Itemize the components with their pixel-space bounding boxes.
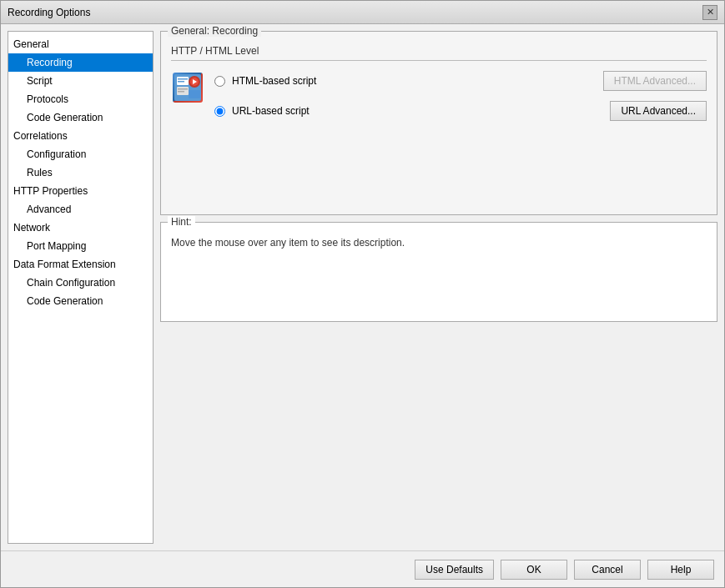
svg-rect-2 (178, 78, 188, 80)
http-icon-area (171, 71, 204, 104)
url-script-label[interactable]: URL-based script (232, 105, 603, 117)
help-button[interactable]: Help (647, 560, 714, 580)
tree-item-port-mapping[interactable]: Port Mapping (8, 237, 153, 255)
cancel-button[interactable]: Cancel (574, 560, 641, 580)
hint-box: Hint: Move the mouse over any item to se… (160, 222, 717, 322)
tree-item-script[interactable]: Script (8, 72, 153, 90)
footer: Use Defaults OK Cancel Help (1, 550, 724, 587)
tree-item-advanced[interactable]: Advanced (8, 200, 153, 219)
dialog-title: Recording Options (8, 7, 90, 18)
recording-options-dialog: Recording Options ✕ General Recording Sc… (0, 0, 725, 588)
tree-item-data-format-extension[interactable]: Data Format Extension (8, 255, 153, 274)
content-spacer (160, 329, 717, 544)
tree-item-network[interactable]: Network (8, 219, 153, 237)
http-level-label: HTTP / HTML Level (171, 45, 259, 57)
tree-item-general[interactable]: General (8, 35, 153, 53)
tree-item-http-properties[interactable]: HTTP Properties (8, 182, 153, 200)
svg-rect-6 (178, 91, 184, 93)
tree-item-configuration[interactable]: Configuration (8, 145, 153, 163)
tree-item-correlations[interactable]: Correlations (8, 127, 153, 145)
radio-group: HTML-based script HTML Advanced... URL-b… (214, 71, 707, 121)
close-button[interactable]: ✕ (702, 5, 717, 20)
svg-rect-3 (178, 81, 184, 83)
content-panel: General: Recording HTTP / HTML Level (160, 31, 717, 544)
tree-item-recording[interactable]: Recording (8, 53, 153, 72)
general-recording-group: General: Recording HTTP / HTML Level (160, 31, 717, 215)
html-advanced-button[interactable]: HTML Advanced... (603, 71, 707, 91)
tree-item-protocols[interactable]: Protocols (8, 90, 153, 108)
tree-item-rules[interactable]: Rules (8, 163, 153, 182)
url-script-row: URL-based script URL Advanced... (214, 101, 707, 121)
hint-title: Hint: (168, 216, 195, 228)
tree-item-code-generation-dfe[interactable]: Code Generation (8, 292, 153, 310)
tree-item-chain-configuration[interactable]: Chain Configuration (8, 274, 153, 292)
url-advanced-button[interactable]: URL Advanced... (610, 101, 707, 121)
tree-item-code-generation-general[interactable]: Code Generation (8, 108, 153, 127)
html-script-row: HTML-based script HTML Advanced... (214, 71, 707, 91)
use-defaults-button[interactable]: Use Defaults (415, 560, 494, 580)
html-script-radio[interactable] (214, 76, 225, 87)
tree-panel: General Recording Script Protocols Code … (8, 31, 154, 544)
url-script-radio[interactable] (214, 106, 225, 117)
hint-text: Move the mouse over any item to see its … (171, 236, 707, 250)
svg-rect-10 (189, 90, 200, 98)
svg-rect-5 (178, 88, 188, 90)
html-script-label[interactable]: HTML-based script (232, 75, 597, 87)
http-level-section: HTML-based script HTML Advanced... URL-b… (171, 71, 707, 121)
recording-icon-svg (174, 73, 202, 102)
dialog-body: General Recording Script Protocols Code … (1, 24, 724, 550)
title-bar: Recording Options ✕ (1, 1, 724, 24)
group-box-title: General: Recording (168, 25, 261, 37)
http-html-icon (173, 73, 203, 103)
ok-button[interactable]: OK (501, 560, 567, 580)
